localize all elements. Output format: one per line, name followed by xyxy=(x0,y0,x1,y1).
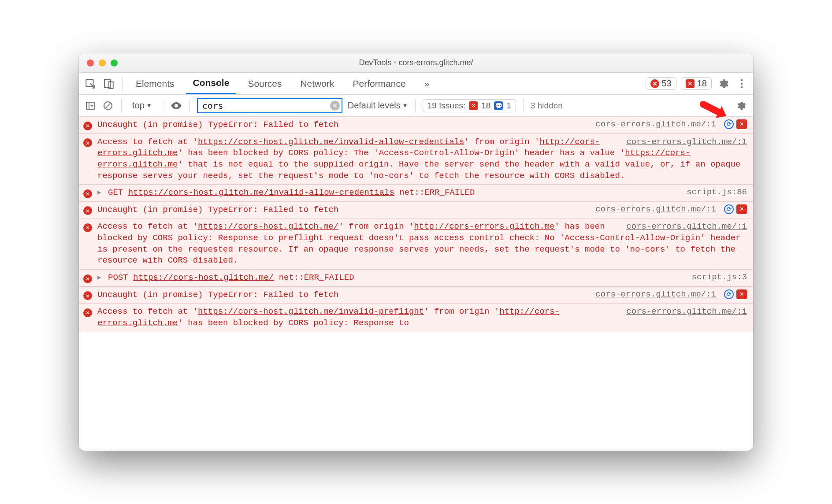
kebab-menu-icon[interactable] xyxy=(735,77,749,91)
main-toolbar: Elements Console Sources Network Perform… xyxy=(79,73,753,95)
console-row[interactable]: ✕ Uncaught (in promise) TypeError: Faile… xyxy=(79,287,753,304)
replay-xhr-icon[interactable]: ⟳ xyxy=(724,289,734,299)
filter-wrap: ✕ xyxy=(197,98,342,113)
console-message: cors-errors.glitch.me/:1 Access to fetch… xyxy=(97,306,747,329)
separator xyxy=(523,99,524,112)
tab-elements[interactable]: Elements xyxy=(129,73,182,94)
issue-link-icon[interactable]: ✕ xyxy=(736,204,747,214)
console-row[interactable]: ✕ ▶ GET https://cors-host.glitch.me/inva… xyxy=(79,185,753,202)
expand-caret-icon[interactable]: ▶ xyxy=(97,274,104,281)
separator xyxy=(189,99,190,112)
traffic-lights xyxy=(87,59,118,67)
more-tabs-button[interactable]: » xyxy=(417,73,437,94)
error-icon: ✕ xyxy=(83,291,93,300)
svg-point-5 xyxy=(741,86,743,88)
dropdown-caret-icon: ▼ xyxy=(402,102,408,109)
error-icon: ✕ xyxy=(650,79,659,88)
error-count-badge[interactable]: ✕ 53 xyxy=(646,77,676,90)
tab-network[interactable]: Network xyxy=(293,73,341,94)
log-levels-selector[interactable]: Default levels ▼ xyxy=(348,100,408,111)
console-message: cors-errors.glitch.me/:1 Access to fetch… xyxy=(97,137,747,182)
live-expression-eye-icon[interactable] xyxy=(170,100,182,112)
separator xyxy=(415,99,416,112)
console-row[interactable]: ✕ cors-errors.glitch.me/:1 Access to fet… xyxy=(79,219,753,270)
clear-filter-icon[interactable]: ✕ xyxy=(330,101,340,111)
issue-link-icon[interactable]: ✕ xyxy=(736,119,747,129)
expand-caret-icon[interactable]: ▶ xyxy=(97,189,104,196)
source-link[interactable]: cors-errors.glitch.me/:1 xyxy=(626,306,747,318)
issues-errors-count: 18 xyxy=(481,101,490,111)
separator xyxy=(121,99,122,112)
window-maximize-button[interactable] xyxy=(111,59,118,67)
window-close-button[interactable] xyxy=(87,59,94,67)
console-row[interactable]: ✕ Uncaught (in promise) TypeError: Faile… xyxy=(79,117,753,134)
replay-xhr-icon[interactable]: ⟳ xyxy=(724,119,734,129)
inspect-element-icon[interactable] xyxy=(83,77,97,91)
issues-label: 19 Issues: xyxy=(427,101,466,111)
console-message: POST https://cors-host.glitch.me/ net::E… xyxy=(108,272,680,284)
issues-count-badge[interactable]: ✕ 18 xyxy=(681,77,712,90)
titlebar: DevTools - cors-errors.glitch.me/ xyxy=(79,53,753,73)
tab-console[interactable]: Console xyxy=(186,73,237,94)
svg-rect-1 xyxy=(104,79,110,87)
levels-label: Default levels xyxy=(348,100,401,111)
svg-point-3 xyxy=(741,79,743,81)
source-link[interactable]: cors-errors.glitch.me/:1 xyxy=(595,204,716,214)
issue-error-icon: ✕ xyxy=(469,101,478,110)
error-count: 53 xyxy=(662,78,672,89)
tab-sources[interactable]: Sources xyxy=(241,73,289,94)
svg-rect-6 xyxy=(86,102,94,109)
clear-console-icon[interactable] xyxy=(102,100,114,112)
separator xyxy=(122,77,123,90)
error-icon: ✕ xyxy=(83,121,93,130)
issue-icon: ✕ xyxy=(686,79,695,88)
separator xyxy=(163,99,163,112)
source-link[interactable]: cors-errors.glitch.me/:1 xyxy=(595,289,716,299)
console-settings-gear-icon[interactable] xyxy=(734,99,748,113)
console-row[interactable]: ✕ cors-errors.glitch.me/:1 Access to fet… xyxy=(79,134,753,185)
console-message: Uncaught (in promise) TypeError: Failed … xyxy=(97,119,584,131)
filter-input[interactable] xyxy=(197,98,342,113)
replay-xhr-icon[interactable]: ⟳ xyxy=(724,204,734,214)
window-minimize-button[interactable] xyxy=(99,59,106,67)
issue-info-icon: 💬 xyxy=(494,101,503,110)
svg-point-4 xyxy=(741,82,743,84)
console-message: Uncaught (in promise) TypeError: Failed … xyxy=(97,204,584,216)
source-link[interactable]: cors-errors.glitch.me/:1 xyxy=(626,137,747,148)
error-icon: ✕ xyxy=(83,222,93,232)
error-icon: ✕ xyxy=(83,138,93,148)
settings-gear-icon[interactable] xyxy=(716,77,730,91)
issue-link-icon[interactable]: ✕ xyxy=(736,289,747,299)
source-link[interactable]: cors-errors.glitch.me/:1 xyxy=(626,221,747,233)
device-toggle-icon[interactable] xyxy=(102,77,116,91)
console-message: GET https://cors-host.glitch.me/invalid-… xyxy=(108,187,675,199)
console-message: cors-errors.glitch.me/:1 Access to fetch… xyxy=(97,221,747,267)
console-toolbar: top ▼ ✕ Default levels ▼ 19 Issues: ✕ 18… xyxy=(79,95,753,117)
console-message: Uncaught (in promise) TypeError: Failed … xyxy=(97,289,584,301)
console-row[interactable]: ✕ cors-errors.glitch.me/:1 Access to fet… xyxy=(79,304,753,331)
issues-info-count: 1 xyxy=(506,101,511,111)
window-title: DevTools - cors-errors.glitch.me/ xyxy=(79,58,753,67)
error-icon: ✕ xyxy=(83,274,93,283)
error-icon: ✕ xyxy=(83,308,93,317)
source-link[interactable]: script.js:3 xyxy=(692,272,747,282)
context-selector[interactable]: top ▼ xyxy=(129,100,156,111)
console-output: ✕ Uncaught (in promise) TypeError: Faile… xyxy=(79,117,753,451)
sidebar-toggle-icon[interactable] xyxy=(84,100,97,112)
error-icon: ✕ xyxy=(83,206,93,215)
devtools-window: DevTools - cors-errors.glitch.me/ Elemen… xyxy=(79,53,753,451)
dropdown-caret-icon: ▼ xyxy=(146,102,152,109)
source-link[interactable]: script.js:86 xyxy=(687,187,747,197)
error-icon: ✕ xyxy=(83,189,93,198)
hidden-messages-label[interactable]: 3 hidden xyxy=(531,101,563,111)
context-label: top xyxy=(132,100,145,111)
issues-summary[interactable]: 19 Issues: ✕ 18 💬 1 xyxy=(423,99,516,112)
tab-performance[interactable]: Performance xyxy=(345,73,412,94)
console-row[interactable]: ✕ Uncaught (in promise) TypeError: Faile… xyxy=(79,202,753,219)
source-link[interactable]: cors-errors.glitch.me/:1 xyxy=(595,119,716,129)
issues-count: 18 xyxy=(697,78,707,89)
console-row[interactable]: ✕ ▶ POST https://cors-host.glitch.me/ ne… xyxy=(79,270,753,287)
